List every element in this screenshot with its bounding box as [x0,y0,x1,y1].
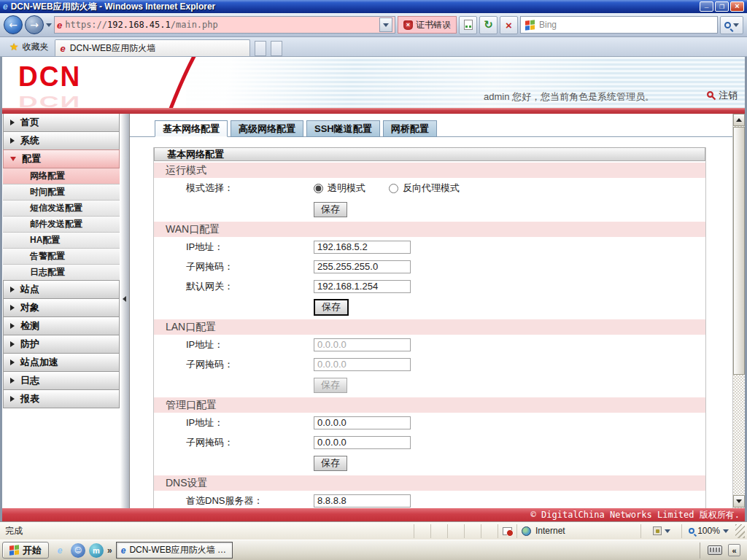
tab-bridge-config[interactable]: 网桥配置 [383,120,437,137]
globe-icon [522,526,531,536]
compatibility-view-button[interactable] [459,16,477,34]
mgmt-save-button[interactable]: 保存 [314,456,347,471]
arrow-up-icon [736,118,742,122]
section-lan-config: LAN口配置 [154,319,705,335]
search-input[interactable]: Bing [520,16,718,34]
sidebar-splitter[interactable] [120,114,130,508]
refresh-button[interactable] [479,16,498,34]
quick-tabs-button[interactable] [255,41,266,56]
logout-link[interactable]: 注销 [706,89,738,102]
sidebar-item-object[interactable]: 对象 [3,298,120,317]
reverse-proxy-mode-radio[interactable] [389,184,398,193]
sidebar-item-site[interactable]: 站点 [3,280,120,299]
transparent-mode-radio[interactable] [314,184,323,193]
sidebar-subitem-ha-config[interactable]: HA配置 [3,233,120,249]
maximize-button[interactable] [715,1,729,12]
sidebar-item-logs[interactable]: 日志 [3,371,120,390]
chevron-right-icon [10,138,15,144]
tab-basic-network-config[interactable]: 基本网络配置 [155,120,228,137]
forward-button[interactable] [25,15,44,34]
main-content: 基本网络配置 高级网络配置 SSH隧道配置 网桥配置 基本网络配置 运行模式 模… [130,114,732,508]
lan-ip-label: IP地址： [154,338,314,351]
bing-logo-icon [525,20,535,30]
taskbar: 开始 DCN-WEB应用防火墙 -... [0,540,747,560]
sidebar-item-detection[interactable]: 检测 [3,316,120,335]
quicklaunch-browser-icon[interactable] [89,543,104,558]
sidebar-item-system[interactable]: 系统 [3,131,120,150]
scroll-down-button[interactable] [733,495,745,508]
certificate-error-badge[interactable]: 证书错误 [398,16,457,34]
tab-label: SSH隧道配置 [314,122,372,136]
window-title: DCN-WEB应用防火墙 - Windows Internet Explorer [11,1,216,13]
address-dropdown-button[interactable] [379,18,392,32]
logout-label: 注销 [719,89,738,102]
url-host: 192.168.45.1 [107,20,171,30]
run-mode-save-button[interactable]: 保存 [314,202,347,217]
wan-gateway-input[interactable] [314,280,411,293]
sidebar-subitem-alarm-config[interactable]: 告警配置 [3,249,120,265]
dns-primary-label: 首选DNS服务器： [154,494,314,508]
forward-arrow-icon [30,19,39,31]
vertical-scrollbar[interactable] [732,114,745,508]
sidebar-item-home[interactable]: 首页 [3,114,120,132]
ie-icon [121,545,126,556]
stop-icon [506,19,512,31]
sidebar-subitem-log-config[interactable]: 日志配置 [3,265,120,281]
search-icon [724,22,731,28]
sidebar-item-configuration[interactable]: 配置 [3,149,120,168]
page-viewport: DCN DCN admin 您好，您当前角色是系统管理员。 注销 首页 系统 配… [0,57,747,521]
minimize-button[interactable] [700,1,713,12]
sidebar-item-reports[interactable]: 报表 [3,389,120,408]
browser-tab-active[interactable]: DCN-WEB应用防火墙 [55,39,250,56]
mgmt-mask-input[interactable] [314,436,411,449]
sidebar-subitem-network-config[interactable]: 网络配置 [3,168,120,184]
tab-label: 高级网络配置 [239,122,295,136]
close-button[interactable] [730,1,744,12]
tab-advanced-network-config[interactable]: 高级网络配置 [231,120,303,137]
scroll-up-button[interactable] [733,114,745,126]
start-button[interactable]: 开始 [2,542,49,559]
search-go-button[interactable] [720,16,743,34]
popup-blocked-pane[interactable] [498,524,516,538]
history-dropdown-button[interactable] [46,23,52,27]
stop-button[interactable] [500,16,518,34]
lan-ip-input [314,338,411,351]
arrow-down-icon [736,499,742,503]
status-pane [481,524,498,538]
collapse-sidebar-icon[interactable] [123,296,126,302]
wan-mask-input[interactable] [314,260,411,273]
sidebar-item-label: 检测 [20,319,39,332]
favorites-button[interactable]: 收藏夹 [4,37,55,56]
sidebar-item-site-acceleration[interactable]: 站点加速 [3,353,120,372]
search-options-dropdown[interactable] [733,23,739,27]
tab-ssh-tunnel-config[interactable]: SSH隧道配置 [306,120,380,137]
quicklaunch-ie-icon[interactable] [53,543,67,558]
scrollbar-thumb[interactable] [733,127,745,375]
chevron-down-icon [723,529,729,533]
new-tab-button[interactable] [271,41,282,56]
sidebar-subitem-label: 短信发送配置 [30,202,82,214]
back-button[interactable] [4,15,23,34]
sidebar-subitem-mail-config[interactable]: 邮件发送配置 [3,217,120,233]
red-divider-bar [2,108,745,114]
zoom-control[interactable]: 100% [681,524,735,538]
sidebar-subitem-time-config[interactable]: 时间配置 [3,184,120,201]
resize-grip[interactable] [735,524,745,538]
ie-icon [3,1,8,12]
quicklaunch-overflow-chevron[interactable] [107,545,112,556]
wan-ip-input[interactable] [314,241,411,254]
sidebar-item-label: 首页 [20,116,39,129]
quicklaunch-messenger-icon[interactable] [71,543,85,558]
sidebar-subitem-label: 网络配置 [30,170,65,182]
mgmt-ip-input[interactable] [314,416,411,429]
taskbar-task-button[interactable]: DCN-WEB应用防火墙 -... [116,542,233,559]
sidebar-item-protection[interactable]: 防护 [3,335,120,354]
keyboard-icon[interactable] [708,545,722,555]
address-bar[interactable]: https://192.168.45.1/main.php [54,16,395,34]
tray-expand-chevron[interactable] [728,544,740,556]
dns-primary-input[interactable] [314,494,411,508]
security-zone-pane[interactable]: Internet [516,524,640,538]
protected-mode-pane[interactable] [640,524,681,538]
wan-save-button[interactable]: 保存 [314,299,349,316]
sidebar-subitem-sms-config[interactable]: 短信发送配置 [3,201,120,217]
